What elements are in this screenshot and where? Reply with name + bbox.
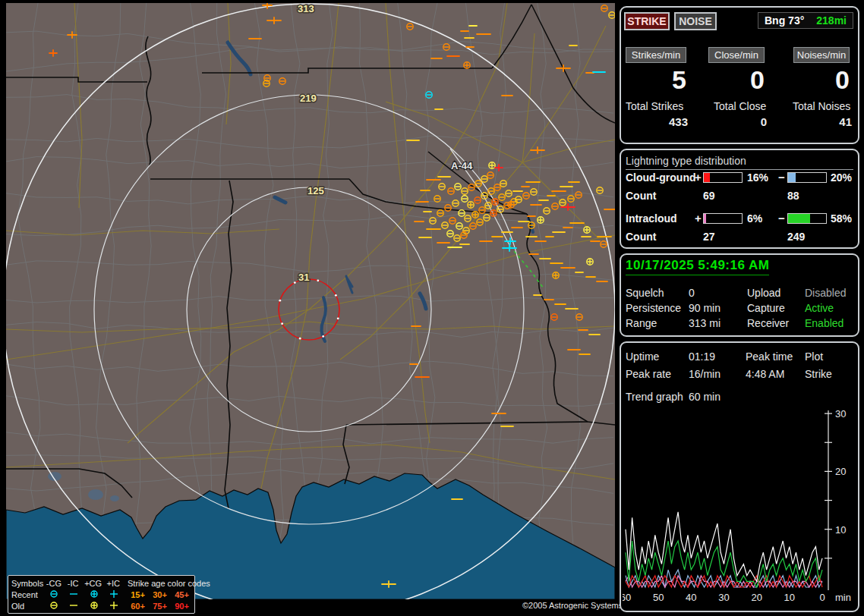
total-noises-value: 41 <box>790 115 852 128</box>
legend-symbols-title: Symbols <box>11 579 45 588</box>
legend-row-recent: Recent 15+30+45+ <box>11 589 193 600</box>
strike-cp <box>587 259 593 265</box>
ic-count-label: Count <box>626 231 656 243</box>
strike-cp <box>553 272 559 278</box>
range-value: 313 mi <box>689 317 721 329</box>
rates-groupbox: STRIKE NOISE Bng 73° 218mi Strikes/min C… <box>620 6 859 144</box>
ic-minus-pct: 58% <box>831 212 852 225</box>
persistence-label: Persistence <box>626 302 681 314</box>
trend-graph-value: 60 min <box>689 391 721 403</box>
trend-graph-chart: 1020306050403020100min <box>623 407 859 609</box>
strikes-per-min-chip[interactable]: Strikes/min <box>626 47 686 63</box>
strike-cp <box>472 212 478 218</box>
receiver-label: Receiver <box>747 317 789 329</box>
trend-y-tick-label: 20 <box>835 466 846 477</box>
trend-graph-label: Trend graph <box>626 391 683 403</box>
legend-col-nic: -IC <box>63 579 83 588</box>
strike-cp <box>468 202 474 208</box>
cgm-symbol-icon <box>44 589 64 599</box>
noise-button[interactable]: NOISE <box>674 12 717 30</box>
lightning-map: 31321912531A-44 <box>6 3 615 599</box>
noises-per-min-chip[interactable]: Noises/min <box>793 47 850 63</box>
copyright-text: ©2005 Astrogenic Systems <box>522 601 623 610</box>
ic-plus-pct: 6% <box>747 212 762 225</box>
close-per-min-value: 0 <box>704 65 765 95</box>
ring-distance-label: 313 <box>298 3 314 14</box>
legend-col-pcg: +CG <box>83 579 104 588</box>
legend-age-title: Strike age color codes <box>128 579 193 588</box>
legend-recent-label: Recent <box>11 590 44 599</box>
trend-x-tick-label: 10 <box>784 592 795 603</box>
total-strikes-label: Total Strikes <box>626 100 683 112</box>
icp-symbol-icon <box>104 589 124 599</box>
legend-old-label: Old <box>11 602 44 611</box>
distribution-groupbox: Lightning type distribution Cloud-ground… <box>620 149 859 249</box>
persistence-value: 90 min <box>689 302 721 314</box>
legend-old-icp-icon <box>104 601 124 611</box>
close-per-min-chip[interactable]: Close/min <box>708 47 765 63</box>
cg-plus-bar <box>703 172 743 183</box>
cg-minus-pct: 20% <box>831 171 852 184</box>
trend-x-unit-label: min <box>835 592 851 603</box>
upload-label: Upload <box>747 287 780 299</box>
trend-y-tick-label: 10 <box>835 524 846 536</box>
distribution-heading: Lightning type distribution <box>626 155 853 170</box>
squelch-label: Squelch <box>626 287 664 299</box>
legend-col-ncg: -CG <box>45 579 64 588</box>
ic-plus-sign: + <box>695 212 702 225</box>
squelch-value: 0 <box>689 287 695 299</box>
age-code-30: 30+ <box>149 590 171 599</box>
strike-button[interactable]: STRIKE <box>624 12 670 30</box>
legend-old-cgp-icon <box>84 601 104 611</box>
ic-plus-bar <box>703 213 743 224</box>
legend-old-cgm-icon <box>44 601 64 611</box>
cg-plus-count: 69 <box>703 190 715 202</box>
icp-symbol-icon <box>104 601 124 610</box>
capture-label: Capture <box>747 302 785 314</box>
legend-recent-cgp-icon <box>84 589 104 600</box>
cloud-ground-label: Cloud-ground <box>626 171 696 184</box>
total-close-label: Total Close <box>714 100 766 112</box>
trend-series-white <box>626 512 822 582</box>
ic-minus-bar <box>787 213 827 224</box>
storm-cell-label: A-44 <box>451 160 473 171</box>
cg-minus-bar <box>787 172 827 183</box>
ic-minus-sign: − <box>778 212 785 225</box>
trend-x-tick-label: 20 <box>751 592 762 603</box>
uptime-label: Uptime <box>626 350 659 363</box>
bearing-value: Bng 73° <box>765 14 804 27</box>
strikes-per-min-value: 5 <box>626 65 686 95</box>
map-canvas[interactable]: 31321912531A-44 <box>6 3 615 599</box>
uptime-value: 01:19 <box>689 350 715 363</box>
legend-old-icm-icon <box>64 601 84 611</box>
age-code-60: 60+ <box>127 602 149 611</box>
trend-series-blue <box>626 570 822 587</box>
trend-groupbox: Uptime 01:19 Peak time Plot Peak rate 16… <box>620 341 859 612</box>
age-code-45: 45+ <box>171 590 193 599</box>
strike-cp <box>538 217 544 223</box>
strike-cp <box>489 162 495 168</box>
trend-y-tick-label: 30 <box>835 408 846 420</box>
total-strikes-value: 433 <box>626 115 688 128</box>
plot-mode-value: Strike <box>805 368 832 380</box>
legend-row-old: Old 60+75+90+ <box>11 600 193 611</box>
icm-symbol-icon <box>64 601 84 610</box>
age-code-15: 15+ <box>127 590 149 599</box>
strike-cp <box>508 202 514 208</box>
plot-label: Plot <box>805 350 823 363</box>
cgp-symbol-icon <box>84 589 104 599</box>
strike-cp <box>492 199 498 205</box>
legend-col-pic: +IC <box>103 579 123 588</box>
intracloud-label: Intracloud <box>626 212 677 225</box>
ring-distance-label: 125 <box>307 185 324 196</box>
trend-x-tick-label: 50 <box>653 592 664 603</box>
receiver-status: Enabled <box>805 317 844 329</box>
upload-status: Disabled <box>805 287 846 299</box>
icm-symbol-icon <box>64 589 84 599</box>
total-close-value: 0 <box>705 115 767 128</box>
status-groupbox: 10/17/2025 5:49:16 AM Squelch 0 Upload D… <box>620 253 859 337</box>
trend-x-tick-label: 40 <box>686 592 696 603</box>
trend-x-tick-label: 30 <box>718 592 729 603</box>
peak-rate-value: 16/min <box>689 368 721 380</box>
legend-recent-cgm-icon <box>44 589 64 600</box>
